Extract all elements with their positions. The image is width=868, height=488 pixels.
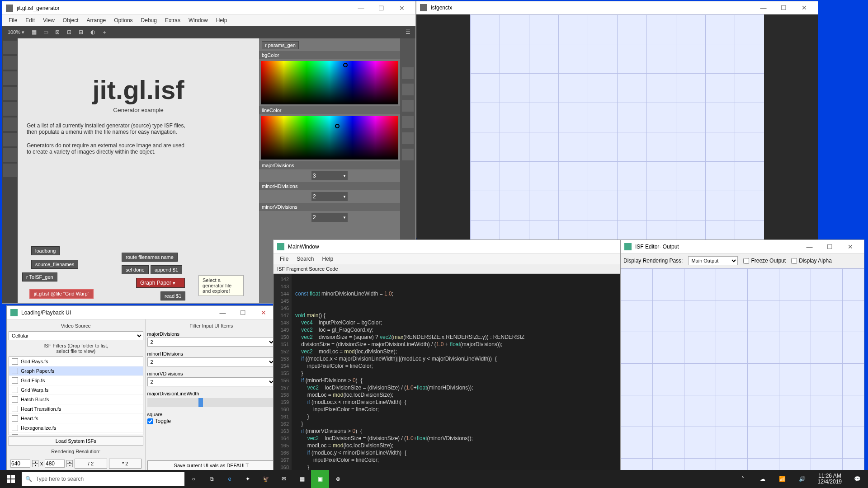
double-res-button[interactable]: * 2 bbox=[109, 459, 142, 469]
list-item[interactable]: Grid Flip.fs bbox=[9, 376, 143, 385]
tool-icon[interactable]: ⊠ bbox=[52, 27, 62, 37]
sidebar-icon[interactable] bbox=[3, 102, 17, 116]
load-system-isfs-button[interactable]: Load System ISFs bbox=[9, 436, 143, 446]
tool-icon[interactable]: ☰ bbox=[403, 27, 413, 37]
source-filenames-box[interactable]: source_filenames bbox=[31, 260, 78, 269]
notifications-icon[interactable]: 💬 bbox=[848, 470, 866, 488]
menu-extras[interactable]: Extras bbox=[161, 16, 184, 24]
close-icon[interactable]: ✕ bbox=[253, 306, 274, 319]
majord-select[interactable]: 2 bbox=[147, 338, 275, 347]
list-item[interactable]: Heart Transition.fs bbox=[9, 404, 143, 414]
sel-done-box[interactable]: sel done bbox=[122, 265, 149, 274]
sidebar-icon[interactable] bbox=[3, 133, 17, 146]
minorv-select[interactable]: 2 bbox=[147, 377, 275, 386]
alpha-checkbox[interactable] bbox=[791, 258, 797, 264]
camera-icon[interactable] bbox=[402, 132, 414, 144]
sidebar-icon[interactable] bbox=[3, 117, 17, 131]
cortana-icon[interactable]: ○ bbox=[184, 470, 203, 488]
list-item[interactable]: Hatch Blur.fs bbox=[9, 395, 143, 404]
bgcolor-picker[interactable] bbox=[261, 61, 398, 104]
info-icon[interactable] bbox=[402, 84, 414, 95]
mail-icon[interactable]: ✉ bbox=[275, 470, 293, 488]
toggle-checkbox[interactable] bbox=[147, 418, 153, 424]
r-toisf-box[interactable]: r ToISF_gen bbox=[22, 272, 57, 282]
jit-gl-isf-box[interactable]: jit.gl.isf @file "Grid Warp" bbox=[29, 289, 94, 299]
list-item[interactable]: Graph Paper.fs bbox=[9, 366, 143, 376]
menu-file[interactable]: File bbox=[276, 255, 292, 263]
majordivisions-dropdown[interactable]: 3 bbox=[311, 171, 348, 180]
sidebar-icon[interactable] bbox=[3, 164, 17, 177]
minimize-icon[interactable]: — bbox=[753, 1, 774, 14]
edge-icon[interactable]: e bbox=[221, 470, 239, 488]
sidebar-icon[interactable] bbox=[3, 56, 17, 70]
volume-icon[interactable]: 🔊 bbox=[793, 470, 811, 488]
sidebar-icon[interactable] bbox=[3, 71, 17, 85]
majline-slider[interactable] bbox=[147, 398, 275, 407]
search-icon[interactable] bbox=[402, 67, 414, 79]
tool-icon[interactable]: ▦ bbox=[29, 27, 39, 37]
list-item[interactable]: Heart.fs bbox=[9, 414, 143, 423]
pass-dropdown[interactable]: Main Output bbox=[688, 256, 738, 265]
list-item[interactable]: God Rays.fs bbox=[9, 357, 143, 366]
sidebar-icon[interactable] bbox=[3, 41, 17, 54]
code-content[interactable]: const float minorDivisionLineWidth = 1.0… bbox=[292, 274, 620, 472]
tool-icon[interactable]: ＋ bbox=[99, 27, 109, 37]
zoom-dropdown[interactable]: 100% ▾ bbox=[5, 29, 27, 35]
genctx-titlebar[interactable]: isfgenctx — ☐ ✕ bbox=[416, 1, 818, 14]
loadbang-box[interactable]: loadbang bbox=[31, 246, 60, 255]
minorv-dropdown[interactable]: 2 bbox=[311, 213, 348, 222]
app-icon[interactable]: ⊚ bbox=[329, 470, 347, 488]
max-canvas[interactable]: jit.gl.isf Generator example Get a list … bbox=[18, 38, 259, 303]
max-titlebar[interactable]: jit.gl.isf_generator — ☐ ✕ bbox=[2, 1, 415, 15]
playback-titlebar[interactable]: Loading/Playback UI — ☐ ✕ bbox=[7, 306, 277, 319]
maximize-icon[interactable]: ☐ bbox=[371, 2, 392, 14]
res-width-input[interactable] bbox=[10, 460, 30, 468]
menu-object[interactable]: Object bbox=[59, 16, 82, 24]
start-button[interactable] bbox=[0, 470, 22, 488]
menu-help[interactable]: Help bbox=[318, 255, 337, 263]
maximize-icon[interactable]: ☐ bbox=[820, 240, 840, 253]
close-icon[interactable]: ✕ bbox=[840, 240, 860, 253]
sidebar-icon[interactable] bbox=[3, 148, 17, 162]
close-icon[interactable]: ✕ bbox=[794, 1, 814, 14]
taskview-icon[interactable]: ⧉ bbox=[203, 470, 221, 488]
minorh-select[interactable]: 2 bbox=[147, 357, 275, 366]
menu-file[interactable]: File bbox=[5, 16, 21, 24]
video-source-dropdown[interactable]: Cellular bbox=[9, 331, 143, 340]
minorh-dropdown[interactable]: 2 bbox=[311, 192, 348, 201]
menu-options[interactable]: Options bbox=[110, 16, 136, 24]
append-box[interactable]: append $1 bbox=[151, 265, 182, 274]
half-res-button[interactable]: / 2 bbox=[75, 459, 107, 469]
save-defaults-button[interactable]: Save current UI vals as DEFAULT bbox=[147, 460, 275, 470]
sidebar-icon[interactable] bbox=[3, 87, 17, 100]
code-editor[interactable]: 1421431441451461471481491501511521531541… bbox=[274, 274, 620, 472]
menu-search[interactable]: Search bbox=[293, 255, 317, 263]
maximize-icon[interactable]: ☐ bbox=[233, 306, 253, 319]
route-box[interactable]: route filenames name bbox=[122, 253, 178, 262]
grid-icon[interactable] bbox=[402, 116, 414, 128]
menu-view[interactable]: View bbox=[39, 16, 58, 24]
menu-edit[interactable]: Edit bbox=[22, 16, 38, 24]
app-icon[interactable]: ✦ bbox=[239, 470, 257, 488]
maximize-icon[interactable]: ☐ bbox=[774, 1, 794, 14]
sliders-icon[interactable] bbox=[402, 149, 414, 160]
tool-icon[interactable]: ▭ bbox=[41, 27, 51, 37]
tool-icon[interactable]: ⊡ bbox=[64, 27, 74, 37]
tray-chevron-icon[interactable]: ˄ bbox=[734, 470, 752, 488]
taskbar-search[interactable]: 🔍 Type here to search bbox=[22, 472, 184, 486]
r-params-box[interactable]: r params_gen bbox=[262, 41, 299, 49]
app-icon[interactable]: 🦅 bbox=[257, 470, 275, 488]
onedrive-icon[interactable]: ☁ bbox=[754, 470, 772, 488]
minimize-icon[interactable]: — bbox=[799, 240, 820, 253]
isf-file-list[interactable]: God Rays.fs Graph Paper.fs Grid Flip.fs … bbox=[9, 357, 143, 435]
list-item[interactable]: HorizVertHold.fs bbox=[9, 433, 143, 435]
res-height-input[interactable] bbox=[45, 460, 65, 468]
app-icon[interactable]: ▦ bbox=[293, 470, 311, 488]
taskbar-clock[interactable]: 11:26 AM12/4/2019 bbox=[813, 473, 846, 485]
menu-debug[interactable]: Debug bbox=[137, 16, 160, 24]
linecolor-picker[interactable] bbox=[261, 116, 398, 160]
isfout-titlebar[interactable]: ISF Editor- Output — ☐ ✕ bbox=[621, 240, 864, 253]
menu-arrange[interactable]: Arrange bbox=[83, 16, 110, 24]
close-icon[interactable]: ✕ bbox=[392, 2, 412, 14]
menu-help[interactable]: Help bbox=[212, 16, 231, 24]
